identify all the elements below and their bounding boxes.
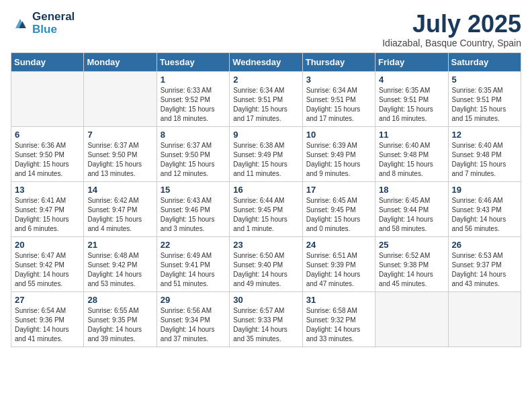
day-number: 9: [233, 130, 298, 140]
day-info: Sunrise: 6:39 AM Sunset: 9:49 PM Dayligh…: [306, 141, 371, 179]
calendar-day-23: 23Sunrise: 6:50 AM Sunset: 9:40 PM Dayli…: [230, 236, 302, 291]
calendar-day-26: 26Sunrise: 6:53 AM Sunset: 9:37 PM Dayli…: [448, 236, 521, 291]
day-info: Sunrise: 6:36 AM Sunset: 9:50 PM Dayligh…: [15, 141, 80, 179]
day-info: Sunrise: 6:34 AM Sunset: 9:51 PM Dayligh…: [306, 86, 371, 124]
calendar-week-3: 13Sunrise: 6:41 AM Sunset: 9:47 PM Dayli…: [11, 181, 521, 236]
calendar-day-15: 15Sunrise: 6:43 AM Sunset: 9:46 PM Dayli…: [157, 181, 229, 236]
day-header-sunday: Sunday: [11, 52, 84, 71]
day-number: 25: [379, 240, 444, 250]
calendar-day-24: 24Sunrise: 6:51 AM Sunset: 9:39 PM Dayli…: [302, 236, 375, 291]
day-header-wednesday: Wednesday: [230, 52, 302, 71]
day-info: Sunrise: 6:49 AM Sunset: 9:41 PM Dayligh…: [161, 251, 226, 289]
day-header-tuesday: Tuesday: [157, 52, 229, 71]
day-info: Sunrise: 6:33 AM Sunset: 9:52 PM Dayligh…: [161, 86, 226, 124]
day-number: 12: [452, 130, 517, 140]
calendar-day-10: 10Sunrise: 6:39 AM Sunset: 9:49 PM Dayli…: [302, 126, 375, 181]
day-number: 27: [15, 295, 80, 305]
month-title: July 2025: [382, 11, 521, 38]
day-number: 10: [306, 130, 371, 140]
day-info: Sunrise: 6:45 AM Sunset: 9:44 PM Dayligh…: [379, 196, 444, 234]
day-info: Sunrise: 6:48 AM Sunset: 9:42 PM Dayligh…: [87, 251, 152, 289]
calendar-empty: [11, 71, 84, 126]
day-number: 4: [379, 75, 444, 85]
day-number: 28: [87, 295, 152, 305]
calendar-day-27: 27Sunrise: 6:54 AM Sunset: 9:36 PM Dayli…: [11, 291, 84, 347]
day-number: 30: [233, 295, 298, 305]
calendar-day-3: 3Sunrise: 6:34 AM Sunset: 9:51 PM Daylig…: [302, 71, 375, 126]
day-number: 5: [452, 75, 517, 85]
day-info: Sunrise: 6:35 AM Sunset: 9:51 PM Dayligh…: [452, 86, 517, 124]
calendar-day-20: 20Sunrise: 6:47 AM Sunset: 9:42 PM Dayli…: [11, 236, 84, 291]
calendar-day-22: 22Sunrise: 6:49 AM Sunset: 9:41 PM Dayli…: [157, 236, 229, 291]
calendar-day-8: 8Sunrise: 6:37 AM Sunset: 9:50 PM Daylig…: [157, 126, 229, 181]
location-subtitle: Idiazabal, Basque Country, Spain: [382, 38, 521, 48]
calendar-empty: [375, 291, 448, 347]
day-number: 15: [161, 185, 226, 195]
calendar-day-16: 16Sunrise: 6:44 AM Sunset: 9:45 PM Dayli…: [230, 181, 302, 236]
day-number: 16: [233, 185, 298, 195]
calendar-day-25: 25Sunrise: 6:52 AM Sunset: 9:38 PM Dayli…: [375, 236, 448, 291]
calendar-day-21: 21Sunrise: 6:48 AM Sunset: 9:42 PM Dayli…: [84, 236, 157, 291]
calendar-week-5: 27Sunrise: 6:54 AM Sunset: 9:36 PM Dayli…: [11, 291, 521, 347]
day-info: Sunrise: 6:34 AM Sunset: 9:51 PM Dayligh…: [233, 86, 298, 124]
day-number: 1: [161, 75, 226, 85]
calendar-header-row: SundayMondayTuesdayWednesdayThursdayFrid…: [11, 52, 521, 71]
calendar-day-17: 17Sunrise: 6:45 AM Sunset: 9:45 PM Dayli…: [302, 181, 375, 236]
day-number: 14: [87, 185, 152, 195]
day-number: 8: [161, 130, 226, 140]
day-info: Sunrise: 6:41 AM Sunset: 9:47 PM Dayligh…: [15, 196, 80, 234]
day-info: Sunrise: 6:58 AM Sunset: 9:32 PM Dayligh…: [306, 306, 371, 344]
calendar-day-18: 18Sunrise: 6:45 AM Sunset: 9:44 PM Dayli…: [375, 181, 448, 236]
day-info: Sunrise: 6:45 AM Sunset: 9:45 PM Dayligh…: [306, 196, 371, 234]
day-number: 7: [87, 130, 152, 140]
day-number: 11: [379, 130, 444, 140]
calendar-day-14: 14Sunrise: 6:42 AM Sunset: 9:47 PM Dayli…: [84, 181, 157, 236]
calendar-day-11: 11Sunrise: 6:40 AM Sunset: 9:48 PM Dayli…: [375, 126, 448, 181]
day-number: 18: [379, 185, 444, 195]
day-number: 6: [15, 130, 80, 140]
day-number: 2: [233, 75, 298, 85]
day-number: 29: [161, 295, 226, 305]
calendar-day-31: 31Sunrise: 6:58 AM Sunset: 9:32 PM Dayli…: [302, 291, 375, 347]
title-block: July 2025 Idiazabal, Basque Country, Spa…: [382, 11, 521, 48]
day-info: Sunrise: 6:37 AM Sunset: 9:50 PM Dayligh…: [161, 141, 226, 179]
day-info: Sunrise: 6:46 AM Sunset: 9:43 PM Dayligh…: [452, 196, 517, 234]
calendar-day-1: 1Sunrise: 6:33 AM Sunset: 9:52 PM Daylig…: [157, 71, 229, 126]
day-number: 21: [87, 240, 152, 250]
day-number: 26: [452, 240, 517, 250]
calendar-day-29: 29Sunrise: 6:56 AM Sunset: 9:34 PM Dayli…: [157, 291, 229, 347]
day-info: Sunrise: 6:53 AM Sunset: 9:37 PM Dayligh…: [452, 251, 517, 289]
day-info: Sunrise: 6:51 AM Sunset: 9:39 PM Dayligh…: [306, 251, 371, 289]
calendar-day-12: 12Sunrise: 6:40 AM Sunset: 9:48 PM Dayli…: [448, 126, 521, 181]
calendar-day-13: 13Sunrise: 6:41 AM Sunset: 9:47 PM Dayli…: [11, 181, 84, 236]
day-info: Sunrise: 6:38 AM Sunset: 9:49 PM Dayligh…: [233, 141, 298, 179]
day-header-thursday: Thursday: [302, 52, 375, 71]
logo-text: General Blue: [32, 11, 75, 36]
day-number: 22: [161, 240, 226, 250]
calendar-empty: [448, 291, 521, 347]
calendar-day-19: 19Sunrise: 6:46 AM Sunset: 9:43 PM Dayli…: [448, 181, 521, 236]
day-info: Sunrise: 6:50 AM Sunset: 9:40 PM Dayligh…: [233, 251, 298, 289]
day-header-friday: Friday: [375, 52, 448, 71]
day-number: 23: [233, 240, 298, 250]
calendar-week-4: 20Sunrise: 6:47 AM Sunset: 9:42 PM Dayli…: [11, 236, 521, 291]
day-info: Sunrise: 6:44 AM Sunset: 9:45 PM Dayligh…: [233, 196, 298, 234]
calendar-week-1: 1Sunrise: 6:33 AM Sunset: 9:52 PM Daylig…: [11, 71, 521, 126]
calendar-table: SundayMondayTuesdayWednesdayThursdayFrid…: [11, 52, 521, 347]
day-info: Sunrise: 6:56 AM Sunset: 9:34 PM Dayligh…: [161, 306, 226, 344]
day-info: Sunrise: 6:47 AM Sunset: 9:42 PM Dayligh…: [15, 251, 80, 289]
day-info: Sunrise: 6:55 AM Sunset: 9:35 PM Dayligh…: [87, 306, 152, 344]
day-info: Sunrise: 6:43 AM Sunset: 9:46 PM Dayligh…: [161, 196, 226, 234]
calendar-day-7: 7Sunrise: 6:37 AM Sunset: 9:50 PM Daylig…: [84, 126, 157, 181]
day-info: Sunrise: 6:52 AM Sunset: 9:38 PM Dayligh…: [379, 251, 444, 289]
day-number: 20: [15, 240, 80, 250]
calendar-day-4: 4Sunrise: 6:35 AM Sunset: 9:51 PM Daylig…: [375, 71, 448, 126]
day-header-monday: Monday: [84, 52, 157, 71]
calendar-day-2: 2Sunrise: 6:34 AM Sunset: 9:51 PM Daylig…: [230, 71, 302, 126]
logo-icon: [11, 14, 30, 33]
day-header-saturday: Saturday: [448, 52, 521, 71]
day-info: Sunrise: 6:40 AM Sunset: 9:48 PM Dayligh…: [379, 141, 444, 179]
day-info: Sunrise: 6:42 AM Sunset: 9:47 PM Dayligh…: [87, 196, 152, 234]
calendar-week-2: 6Sunrise: 6:36 AM Sunset: 9:50 PM Daylig…: [11, 126, 521, 181]
calendar-day-9: 9Sunrise: 6:38 AM Sunset: 9:49 PM Daylig…: [230, 126, 302, 181]
